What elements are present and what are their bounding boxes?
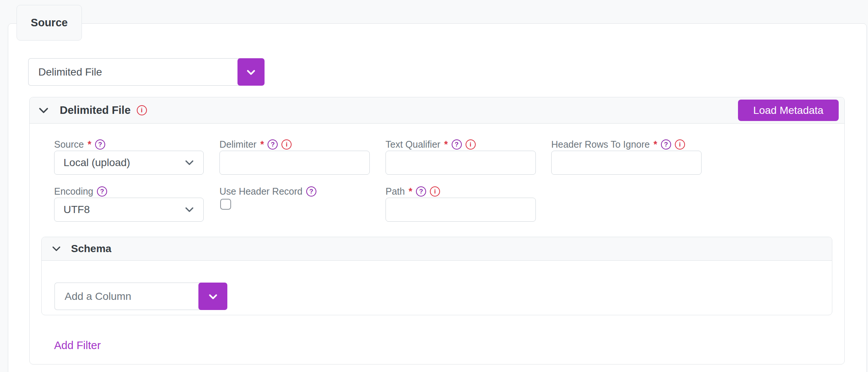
- section-title: Delimited File: [60, 104, 131, 116]
- info-icon: i: [466, 139, 476, 150]
- tab-source-label: Source: [31, 17, 68, 29]
- field-text-qualifier-label: Text Qualifier * ? i: [386, 138, 536, 151]
- info-icon: i: [430, 186, 440, 197]
- add-column-dropdown-button[interactable]: [198, 283, 227, 310]
- field-source: Source * ? Local (upload): [54, 138, 204, 175]
- help-icon[interactable]: ?: [97, 186, 107, 197]
- collapse-chevron-icon[interactable]: [37, 104, 50, 117]
- chevron-down-icon: [184, 204, 195, 215]
- chevron-down-icon: [184, 157, 195, 168]
- collapse-chevron-icon[interactable]: [51, 243, 62, 254]
- field-header-rows-label: Header Rows To Ignore * ? i: [551, 138, 702, 151]
- use-header-record-checkbox[interactable]: [220, 199, 231, 210]
- info-icon: i: [281, 139, 292, 150]
- delimited-file-section-header: Delimited File i Load Metadata: [30, 97, 844, 124]
- required-asterisk: *: [408, 186, 412, 197]
- field-delimiter-label: Delimiter * ? i: [219, 138, 370, 151]
- tab-source[interactable]: Source: [17, 5, 82, 41]
- text-qualifier-input[interactable]: [386, 151, 536, 175]
- field-path-label: Path * ? i: [386, 185, 536, 198]
- source-type-value: Delimited File: [28, 58, 240, 86]
- required-asterisk: *: [260, 139, 264, 150]
- schema-header: Schema: [42, 237, 832, 261]
- field-source-label: Source * ?: [54, 138, 204, 151]
- info-icon: i: [137, 105, 147, 115]
- field-encoding: Encoding ? UTF8: [54, 185, 204, 222]
- field-use-header-record-label: Use Header Record ?: [219, 185, 316, 198]
- field-use-header-record: Use Header Record ?: [219, 185, 316, 211]
- source-select[interactable]: Local (upload): [54, 151, 204, 175]
- add-column-select[interactable]: Add a Column: [54, 283, 227, 310]
- path-input[interactable]: [386, 198, 536, 222]
- required-asterisk: *: [444, 139, 448, 150]
- chevron-down-icon: [207, 290, 219, 303]
- encoding-select[interactable]: UTF8: [54, 198, 204, 222]
- chevron-down-icon: [245, 66, 257, 79]
- source-type-dropdown-button[interactable]: [237, 58, 265, 86]
- delimited-file-section: Delimited File i Load Metadata Source * …: [29, 97, 845, 364]
- help-icon[interactable]: ?: [306, 186, 316, 197]
- source-select-value: Local (upload): [64, 157, 130, 169]
- help-icon[interactable]: ?: [661, 139, 671, 150]
- add-filter-link[interactable]: Add Filter: [54, 338, 101, 353]
- add-column-placeholder: Add a Column: [54, 283, 201, 310]
- header-rows-input[interactable]: [551, 151, 702, 175]
- info-icon: i: [675, 139, 685, 150]
- field-header-rows: Header Rows To Ignore * ? i: [551, 138, 702, 175]
- source-type-select[interactable]: Delimited File: [28, 58, 265, 86]
- help-icon[interactable]: ?: [95, 139, 105, 150]
- field-text-qualifier: Text Qualifier * ? i: [386, 138, 536, 175]
- help-icon[interactable]: ?: [452, 139, 462, 150]
- required-asterisk: *: [88, 139, 91, 150]
- delimiter-input[interactable]: [219, 151, 370, 175]
- schema-panel: Schema Add a Column: [41, 237, 832, 315]
- field-path: Path * ? i: [386, 185, 536, 222]
- field-delimiter: Delimiter * ? i: [219, 138, 370, 175]
- help-icon[interactable]: ?: [268, 139, 278, 150]
- required-asterisk: *: [653, 139, 657, 150]
- help-icon[interactable]: ?: [416, 186, 426, 197]
- encoding-select-value: UTF8: [64, 204, 90, 216]
- schema-title: Schema: [71, 243, 111, 255]
- load-metadata-button[interactable]: Load Metadata: [738, 100, 839, 121]
- field-encoding-label: Encoding ?: [54, 185, 204, 198]
